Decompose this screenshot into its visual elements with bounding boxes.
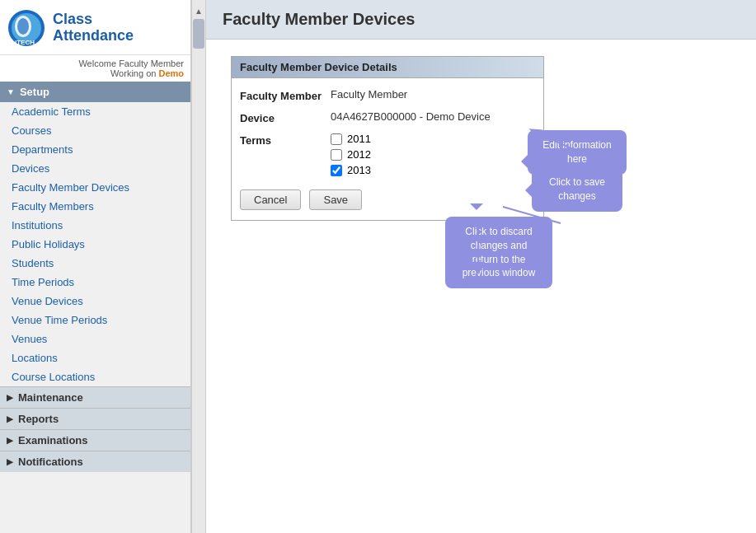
save-button[interactable]: Save bbox=[309, 189, 362, 210]
sidebar-item-course-locations[interactable]: Course Locations bbox=[0, 367, 190, 386]
reports-arrow-icon: ▶ bbox=[7, 414, 13, 423]
notifications-arrow-icon: ▶ bbox=[7, 457, 13, 466]
sidebar-item-faculty-member-devices[interactable]: Faculty Member Devices bbox=[0, 178, 190, 197]
reports-section-header[interactable]: ▶ Reports bbox=[0, 408, 190, 429]
page-title: Faculty Member Devices bbox=[206, 0, 756, 40]
app-title: Class Attendance bbox=[53, 12, 134, 44]
app-name-line1: Class bbox=[53, 12, 134, 28]
maintenance-section-header[interactable]: ▶ Maintenance bbox=[0, 386, 190, 408]
setup-arrow-icon: ▼ bbox=[7, 87, 15, 96]
tooltip-cancel: Click to discard changes and return to t… bbox=[445, 217, 552, 288]
examinations-label: Examinations bbox=[18, 434, 88, 447]
sidebar-item-venue-time-periods[interactable]: Venue Time Periods bbox=[0, 311, 190, 330]
sidebar-item-time-periods[interactable]: Time Periods bbox=[0, 273, 190, 292]
maintenance-label: Maintenance bbox=[18, 391, 83, 404]
term-label-2013: 2013 bbox=[347, 164, 371, 176]
welcome-text: Welcome Faculty MemberWorking on Demo bbox=[0, 55, 190, 82]
sidebar-header: iTECH Class Attendance bbox=[0, 0, 190, 55]
sidebar-item-public-holidays[interactable]: Public Holidays bbox=[0, 235, 190, 254]
sidebar-item-venue-devices[interactable]: Venue Devices bbox=[0, 292, 190, 311]
sidebar-item-locations[interactable]: Locations bbox=[0, 348, 190, 367]
scroll-thumb[interactable] bbox=[193, 19, 204, 49]
device-label: Device bbox=[240, 110, 331, 124]
form-box: Faculty Member Device Details Faculty Me… bbox=[231, 56, 544, 221]
svg-point-3 bbox=[17, 18, 29, 35]
content-area: Faculty Member Device Details Faculty Me… bbox=[206, 40, 756, 533]
term-checkbox-2012[interactable] bbox=[331, 149, 342, 161]
form-box-header: Faculty Member Device Details bbox=[232, 57, 543, 78]
term-label-2012: 2012 bbox=[347, 148, 371, 161]
scroll-up-icon[interactable]: ▲ bbox=[195, 7, 203, 16]
sidebar-item-students[interactable]: Students bbox=[0, 254, 190, 273]
setup-nav-items: Academic Terms Courses Departments Devic… bbox=[0, 102, 190, 386]
sidebar-item-courses[interactable]: Courses bbox=[0, 121, 190, 140]
term-label-2011: 2011 bbox=[347, 133, 371, 145]
terms-label: Terms bbox=[240, 133, 331, 147]
sidebar-item-devices[interactable]: Devices bbox=[0, 159, 190, 178]
terms-row: Terms 2011 2012 2013 bbox=[240, 133, 535, 176]
cancel-button[interactable]: Cancel bbox=[240, 189, 301, 210]
faculty-member-value: Faculty Member bbox=[331, 88, 407, 101]
term-item-2013: 2013 bbox=[331, 164, 371, 176]
sidebar-item-departments[interactable]: Departments bbox=[0, 140, 190, 159]
sidebar-item-academic-terms[interactable]: Academic Terms bbox=[0, 102, 190, 121]
faculty-member-label: Faculty Member bbox=[240, 88, 331, 102]
setup-label: Setup bbox=[20, 86, 49, 98]
sidebar: iTECH Class Attendance Welcome Faculty M… bbox=[0, 0, 191, 533]
tooltip-save: Click to save changes bbox=[532, 167, 622, 212]
sidebar-scrollbar[interactable]: ▲ bbox=[191, 0, 206, 533]
term-item-2012: 2012 bbox=[331, 148, 371, 161]
reports-label: Reports bbox=[18, 413, 59, 425]
sidebar-item-faculty-members[interactable]: Faculty Members bbox=[0, 197, 190, 216]
notifications-section-header[interactable]: ▶ Notifications bbox=[0, 451, 190, 472]
maintenance-arrow-icon: ▶ bbox=[7, 393, 13, 402]
app-name-line2: Attendance bbox=[53, 28, 134, 44]
device-value: 04A4627B000000 - Demo Device bbox=[331, 110, 491, 123]
terms-group: 2011 2012 2013 bbox=[331, 133, 371, 176]
app-logo: iTECH bbox=[7, 8, 46, 48]
form-body: Faculty Member Faculty Member Device 04A… bbox=[232, 78, 543, 220]
svg-text:iTECH: iTECH bbox=[15, 39, 35, 46]
button-row: Cancel Save bbox=[240, 189, 535, 210]
main-content: Faculty Member Devices Faculty Member De… bbox=[206, 0, 756, 533]
sidebar-item-venues[interactable]: Venues bbox=[0, 330, 190, 348]
faculty-member-row: Faculty Member Faculty Member bbox=[240, 88, 535, 102]
term-checkbox-2011[interactable] bbox=[331, 133, 342, 145]
sidebar-item-institutions[interactable]: Institutions bbox=[0, 216, 190, 235]
device-row: Device 04A4627B000000 - Demo Device bbox=[240, 110, 535, 124]
term-item-2011: 2011 bbox=[331, 133, 371, 145]
setup-section-header[interactable]: ▼ Setup bbox=[0, 82, 190, 102]
notifications-label: Notifications bbox=[18, 456, 83, 468]
examinations-section-header[interactable]: ▶ Examinations bbox=[0, 429, 190, 451]
term-checkbox-2013[interactable] bbox=[331, 165, 342, 176]
examinations-arrow-icon: ▶ bbox=[7, 436, 13, 445]
